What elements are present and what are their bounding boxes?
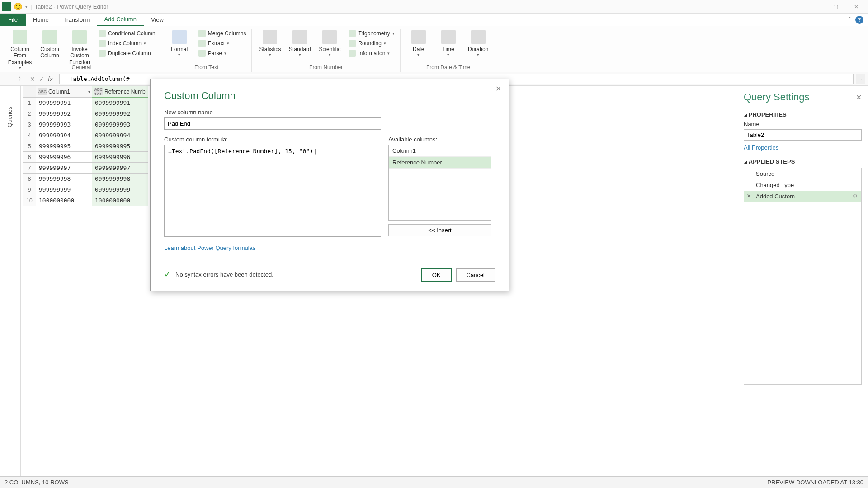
cell-column1[interactable]: 999999997 <box>36 163 92 174</box>
reference-number-header[interactable]: ABC123 Reference Numb <box>92 86 148 98</box>
table-row[interactable]: 1010000000001000000000 <box>23 195 148 206</box>
row-number[interactable]: 9 <box>23 184 36 195</box>
qat-dropdown[interactable]: ▾ <box>25 5 28 9</box>
table-row[interactable]: 69999999960999999996 <box>23 152 148 163</box>
invoke-custom-function-button[interactable]: Invoke Custom Function <box>65 29 94 66</box>
duplicate-column-button[interactable]: Duplicate Column <box>97 49 157 58</box>
cell-reference-number[interactable]: 0999999996 <box>92 152 148 163</box>
fx-icon[interactable]: fx <box>48 75 53 83</box>
standard-button[interactable]: Standard <box>285 29 314 58</box>
date-button[interactable]: Date <box>404 29 433 58</box>
cell-column1[interactable]: 999999994 <box>36 130 92 141</box>
format-button[interactable]: Format <box>165 29 194 58</box>
row-number[interactable]: 3 <box>23 119 36 130</box>
available-column-reference-number[interactable]: Reference Number <box>389 157 491 169</box>
information-button[interactable]: Information <box>347 49 396 58</box>
emoji-icon[interactable]: 🙂 <box>14 2 23 11</box>
file-tab[interactable]: File <box>0 14 26 26</box>
parse-button[interactable]: Parse <box>197 49 248 58</box>
cell-column1[interactable]: 999999993 <box>36 119 92 130</box>
help-icon[interactable]: ? <box>855 16 863 24</box>
queries-rail[interactable] <box>0 86 21 488</box>
formula-cancel-icon[interactable]: ✕ <box>30 75 35 83</box>
cancel-button[interactable]: Cancel <box>456 268 495 282</box>
formula-textarea[interactable] <box>164 145 381 237</box>
row-number[interactable]: 5 <box>23 141 36 152</box>
cell-reference-number[interactable]: 0999999992 <box>92 108 148 119</box>
cell-reference-number[interactable]: 0999999998 <box>92 174 148 184</box>
column1-header[interactable]: ABC Column1 ▾ <box>36 86 92 98</box>
cell-column1[interactable]: 999999999 <box>36 184 92 195</box>
step-source[interactable]: Source <box>744 168 861 179</box>
query-settings-close-icon[interactable]: ✕ <box>856 93 862 102</box>
add-column-tab[interactable]: Add Column <box>97 14 144 26</box>
cell-reference-number[interactable]: 0999999997 <box>92 163 148 174</box>
index-column-button[interactable]: Index Column <box>97 39 157 48</box>
select-all-cell[interactable] <box>23 86 36 98</box>
queries-expand-icon[interactable]: 〉 <box>18 75 26 83</box>
row-number[interactable]: 2 <box>23 108 36 119</box>
table-row[interactable]: 29999999920999999992 <box>23 108 148 119</box>
cell-reference-number[interactable]: 0999999993 <box>92 119 148 130</box>
general-group-label: General <box>72 64 91 72</box>
minimize-button[interactable]: — <box>805 0 826 14</box>
table-row[interactable]: 19999999910999999991 <box>23 98 148 108</box>
queries-pane-label[interactable]: Queries <box>6 107 13 127</box>
cell-column1[interactable]: 1000000000 <box>36 195 92 206</box>
table-row[interactable]: 49999999940999999994 <box>23 130 148 141</box>
step-delete-icon[interactable]: ✕ <box>747 193 751 199</box>
cell-column1[interactable]: 999999998 <box>36 174 92 184</box>
cell-column1[interactable]: 999999991 <box>36 98 92 108</box>
table-row[interactable]: 99999999990999999999 <box>23 184 148 195</box>
merge-columns-button[interactable]: Merge Columns <box>197 29 248 38</box>
available-column-column1[interactable]: Column1 <box>389 145 491 157</box>
cell-reference-number[interactable]: 0999999994 <box>92 130 148 141</box>
query-name-input[interactable] <box>744 129 862 141</box>
scientific-button[interactable]: Scientific <box>315 29 344 58</box>
ok-button[interactable]: OK <box>421 268 452 282</box>
column-from-examples-button[interactable]: Column From Examples <box>5 29 34 71</box>
row-number[interactable]: 1 <box>23 98 36 108</box>
step-added-custom[interactable]: ✕Added Custom⚙ <box>744 191 861 202</box>
row-number[interactable]: 4 <box>23 130 36 141</box>
table-row[interactable]: 89999999980999999998 <box>23 174 148 184</box>
cell-column1[interactable]: 999999996 <box>36 152 92 163</box>
extract-button[interactable]: Extract <box>197 39 248 48</box>
cell-reference-number[interactable]: 0999999999 <box>92 184 148 195</box>
row-number[interactable]: 7 <box>23 163 36 174</box>
row-number[interactable]: 8 <box>23 174 36 184</box>
new-column-name-input[interactable] <box>164 117 381 130</box>
cell-reference-number[interactable]: 1000000000 <box>92 195 148 206</box>
ribbon-collapse-icon[interactable]: ˆ <box>849 16 851 23</box>
cell-reference-number[interactable]: 0999999995 <box>92 141 148 152</box>
step-changed-type[interactable]: Changed Type <box>744 179 861 191</box>
conditional-column-button[interactable]: Conditional Column <box>97 29 157 38</box>
table-row[interactable]: 59999999950999999995 <box>23 141 148 152</box>
time-button[interactable]: Time <box>434 29 463 58</box>
home-tab[interactable]: Home <box>26 14 56 26</box>
view-tab[interactable]: View <box>144 14 171 26</box>
table-row[interactable]: 79999999970999999997 <box>23 163 148 174</box>
close-button[interactable]: ✕ <box>846 0 866 14</box>
cell-column1[interactable]: 999999995 <box>36 141 92 152</box>
row-number[interactable]: 10 <box>23 195 36 206</box>
cell-reference-number[interactable]: 0999999991 <box>92 98 148 108</box>
all-properties-link[interactable]: All Properties <box>744 144 862 151</box>
trigonometry-button[interactable]: Trigonometry <box>347 29 396 38</box>
cell-column1[interactable]: 999999992 <box>36 108 92 119</box>
row-number[interactable]: 6 <box>23 152 36 163</box>
custom-column-button[interactable]: Custom Column <box>35 29 64 60</box>
statistics-button[interactable]: Statistics <box>255 29 284 58</box>
transform-tab[interactable]: Transform <box>56 14 97 26</box>
dialog-close-icon[interactable]: ✕ <box>495 84 501 93</box>
learn-link[interactable]: Learn about Power Query formulas <box>164 244 495 251</box>
insert-button[interactable]: << Insert <box>388 224 491 236</box>
formula-commit-icon[interactable]: ✓ <box>39 75 44 83</box>
formula-dropdown-icon[interactable]: ⌄ <box>856 74 865 84</box>
maximize-button[interactable]: ▢ <box>826 0 846 14</box>
table-row[interactable]: 39999999930999999993 <box>23 119 148 130</box>
step-gear-icon[interactable]: ⚙ <box>853 193 858 199</box>
column1-filter-icon[interactable]: ▾ <box>88 89 90 94</box>
rounding-button[interactable]: Rounding <box>347 39 396 48</box>
duration-button[interactable]: Duration <box>464 29 493 58</box>
